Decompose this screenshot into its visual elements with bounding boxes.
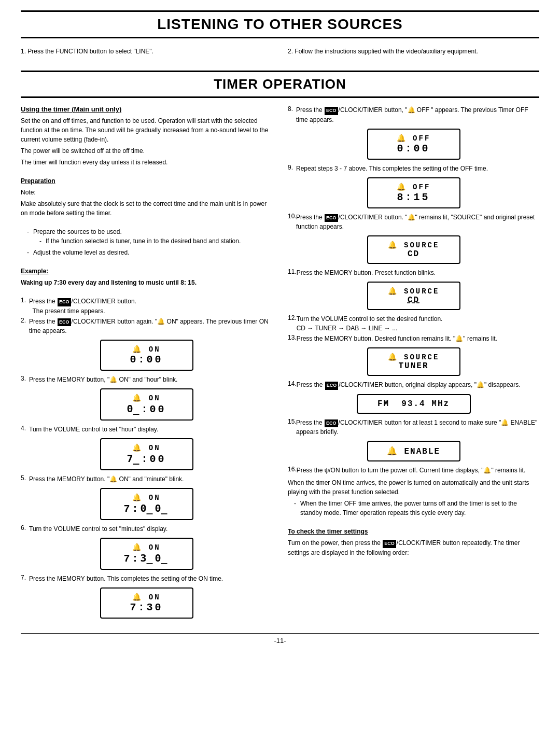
step-text-15: Press the ECO/CLOCK/TIMER button for at … — [296, 418, 539, 437]
right-column: 8. Press the ECO/CLOCK/TIMER button, "🔔 … — [283, 105, 539, 623]
step-num-10: 10. — [288, 213, 296, 220]
check-timer-label: To check the timer settings — [288, 527, 539, 536]
step-num-15: 15. — [288, 418, 296, 425]
step-text-9: Repeat steps 3 - 7 above. This completes… — [296, 164, 488, 173]
display-off-0-00: 🔔 OFF 0:00 — [367, 129, 460, 160]
step-num-6: 6. — [21, 524, 29, 531]
example-bold: Waking up 7:30 every day and listening t… — [21, 278, 272, 287]
step-5: 5. Press the MEMORY button. "🔔 ON" and "… — [21, 474, 272, 484]
display-on-7-30b: 🔔 ON 7:30 — [100, 587, 193, 619]
step-text-7: Press the MEMORY button. This completes … — [29, 574, 223, 583]
dash-item-1: Prepare the sources to be used. — [27, 227, 272, 236]
step-num-11: 11. — [288, 268, 297, 275]
timer-content: Using the timer (Main unit only) Set the… — [21, 105, 539, 623]
subsection-title: Using the timer (Main unit only) — [21, 105, 272, 113]
step-text-12: Turn the VOLUME control to set the desir… — [297, 314, 443, 333]
dash-item-sub: If the function selected is tuner, tune … — [39, 236, 272, 246]
display-on-0-00a: 🔔 ON 0:00 — [100, 340, 193, 371]
step-num-2: 2. — [21, 317, 29, 324]
dash-item-2: Adjust the volume level as desired. — [27, 248, 272, 257]
step-14: 14. Press the ECO/CLOCK/TIMER button, or… — [288, 380, 539, 390]
page-number: -11- — [21, 633, 539, 645]
step-15: 15. Press the ECO/CLOCK/TIMER button for… — [288, 418, 539, 437]
intro-section: 1. Press the FUNCTION button to select "… — [21, 48, 539, 55]
eco-icon-1: ECO — [58, 298, 71, 306]
note-timer-on: When the timer ON time arrives, the powe… — [288, 478, 539, 497]
eco-icon-8: ECO — [325, 107, 338, 115]
preparation-label: Preparation — [21, 176, 272, 186]
note-list: When the timer OFF time arrives, the pow… — [288, 499, 539, 517]
step-num-16: 16. — [288, 466, 297, 473]
step-num-3: 3. — [21, 375, 29, 382]
display-source-cd1: 🔔 SOURCE CD — [367, 235, 460, 264]
step-10: 10. Press the ECO/CLOCK/TIMER button. "🔔… — [288, 213, 539, 232]
display-on-7-00b: 🔔 ON 7:0̲0̲ — [100, 488, 193, 520]
display-on-7-30a: 🔔 ON 7:3̲0̲ — [100, 538, 193, 570]
eco-icon-10: ECO — [325, 214, 338, 222]
left-column: Using the timer (Main unit only) Set the… — [21, 105, 277, 623]
step-4: 4. Turn the VOLUME control to set "hour"… — [21, 425, 272, 434]
description-1: Set the on and off times, and function t… — [21, 116, 272, 144]
step-num-5: 5. — [21, 474, 29, 482]
display-on-0-00b: 🔔 ON 0̲:00 — [100, 388, 193, 421]
step-num-14: 14. — [288, 380, 297, 387]
check-timer-text: Turn on the power, then press the ECO/CL… — [288, 538, 539, 557]
step-text-3: Press the MEMORY button, "🔔 ON" and "hou… — [29, 375, 177, 384]
preparation-note: Note: — [21, 188, 272, 197]
step-13: 13. Press the MEMORY button. Desired fun… — [288, 334, 539, 343]
eco-icon-15: ECO — [325, 419, 338, 428]
main-title: LISTENING TO OTHER SOURCES — [21, 10, 539, 38]
step-text-10: Press the ECO/CLOCK/TIMER button. "🔔" re… — [296, 213, 539, 232]
step-text-5: Press the MEMORY button. "🔔 ON" and "min… — [29, 474, 184, 484]
step-1: 1. Press the ECO/CLOCK/TIMER button. The… — [21, 297, 272, 316]
description-3: The timer will function every day unless… — [21, 158, 272, 167]
step-num-8: 8. — [288, 105, 296, 113]
step-12: 12. Turn the VOLUME control to set the d… — [288, 314, 539, 333]
step-2: 2. Press the ECO/CLOCK/TIMER button agai… — [21, 317, 272, 336]
step-16: 16. Press the ψ/ON button to turn the po… — [288, 466, 539, 475]
step-3: 3. Press the MEMORY button, "🔔 ON" and "… — [21, 375, 272, 384]
intro-step2: 2. Follow the instructions supplied with… — [288, 48, 539, 55]
step-text-14: Press the ECO/CLOCK/TIMER button, origin… — [297, 380, 521, 390]
display-off-8-15: 🔔 OFF 8:15 — [367, 177, 460, 208]
step-text-8: Press the ECO/CLOCK/TIMER button, "🔔 OFF… — [296, 105, 539, 124]
display-source-tuner: 🔔 SOURCE TUNER — [367, 347, 460, 376]
step-text-2: Press the ECO/CLOCK/TIMER button again. … — [29, 317, 272, 336]
example-label: Example: — [21, 267, 272, 276]
step-num-1: 1. — [21, 297, 29, 304]
step-num-13: 13. — [288, 334, 297, 341]
step-11: 11. Press the MEMORY button. Preset func… — [288, 268, 539, 277]
step-9: 9. Repeat steps 3 - 7 above. This comple… — [288, 164, 539, 173]
dash-list: Prepare the sources to be used. If the f… — [21, 227, 272, 257]
intro-step1: 1. Press the FUNCTION button to select "… — [21, 48, 272, 55]
display-source-cd2: 🔔 SOURCE CD — [367, 282, 460, 310]
preparation-text: Make absolutely sure that the clock is s… — [21, 199, 272, 218]
step-num-7: 7. — [21, 574, 29, 581]
description-2: The power will be switched off at the of… — [21, 146, 272, 156]
step-text-6: Turn the VOLUME control to set "minutes"… — [29, 524, 167, 534]
display-fm: FM 93.4 MHz — [357, 394, 471, 414]
step-text-11: Press the MEMORY button. Preset function… — [297, 268, 436, 277]
step-num-4: 4. — [21, 425, 29, 432]
step-6: 6. Turn the VOLUME control to set "minut… — [21, 524, 272, 534]
section-title: TIMER OPERATION — [21, 71, 539, 98]
eco-icon-2: ECO — [58, 318, 71, 327]
step-text-16: Press the ψ/ON button to turn the power … — [297, 466, 525, 475]
step-8: 8. Press the ECO/CLOCK/TIMER button, "🔔 … — [288, 105, 539, 124]
step-num-12: 12. — [288, 314, 297, 321]
eco-icon-14: ECO — [325, 382, 339, 390]
step-7: 7. Press the MEMORY button. This complet… — [21, 574, 272, 583]
step-text-4: Turn the VOLUME control to set "hour" di… — [29, 425, 158, 434]
step-num-9: 9. — [288, 164, 296, 171]
step-text-13: Press the MEMORY button. Desired functio… — [297, 334, 497, 343]
display-on-7-00a: 🔔 ON 7̲:00 — [100, 438, 193, 470]
eco-icon-check: ECO — [383, 540, 396, 548]
note-timer-off: When the timer OFF time arrives, the pow… — [294, 499, 539, 517]
step-text-1: Press the ECO/CLOCK/TIMER button. The pr… — [29, 297, 136, 316]
display-enable: 🔔 ENABLE — [367, 441, 460, 461]
